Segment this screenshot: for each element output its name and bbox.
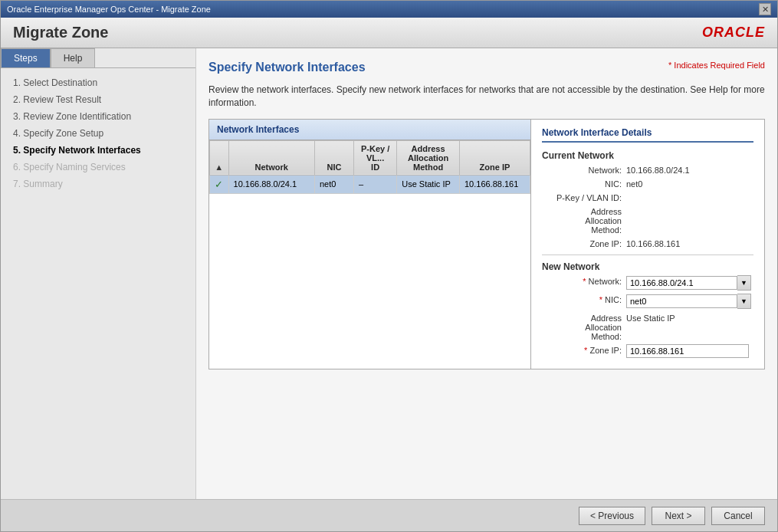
close-button[interactable]: ✕	[759, 3, 771, 15]
col-nic-header[interactable]: NIC	[314, 140, 353, 175]
table-row[interactable]: ✓ 10.166.88.0/24.1 net0 – Use Static IP …	[210, 175, 530, 193]
new-network-label: Network:	[542, 275, 626, 286]
step-5: 5. Specify Network Interfaces	[1, 142, 195, 159]
current-nic-label: NIC:	[542, 178, 626, 189]
new-nic-dropdown-btn[interactable]: ▼	[737, 294, 751, 309]
new-zoneip-label: Zone IP:	[542, 344, 626, 355]
row-nic: net0	[314, 175, 353, 193]
network-interfaces-title: Network Interfaces	[209, 120, 530, 140]
current-addr-label: AddressAllocationMethod:	[542, 205, 626, 235]
row-addr-method: Use Static IP	[397, 175, 460, 193]
oracle-logo: ORACLE	[702, 25, 765, 41]
current-nic-field: NIC: net0	[542, 178, 753, 189]
current-zoneip-label: Zone IP:	[542, 238, 626, 248]
description: Review the network interfaces. Specify n…	[208, 84, 765, 110]
main-window: Oracle Enterprise Manager Ops Center - M…	[0, 0, 778, 532]
sidebar-tabs: Steps Help	[1, 48, 195, 68]
current-zoneip-field: Zone IP: 10.166.88.161	[542, 238, 753, 248]
new-nic-field: NIC: ▼	[542, 294, 753, 309]
step-7: 7. Summary	[1, 176, 195, 192]
current-network-label: Network:	[542, 164, 626, 175]
col-pkey-header[interactable]: P-Key /VL...ID	[354, 140, 397, 175]
step-1: 1. Select Destination	[1, 74, 195, 91]
new-zoneip-field: Zone IP:	[542, 344, 753, 358]
row-network: 10.166.88.0/24.1	[228, 175, 314, 193]
step-6: 6. Specify Naming Services	[1, 159, 195, 176]
current-pkey-field: P-Key / VLAN ID:	[542, 192, 753, 202]
row-checkmark: ✓	[210, 175, 229, 193]
cancel-button[interactable]: Cancel	[711, 507, 765, 525]
step-2: 2. Review Test Result	[1, 91, 195, 108]
new-nic-label: NIC:	[542, 294, 626, 304]
current-network-field: Network: 10.166.88.0/24.1	[542, 164, 753, 175]
new-addr-label: AddressAllocationMethod:	[542, 312, 626, 341]
footer: < Previous Next > Cancel	[1, 499, 777, 531]
previous-button[interactable]: < Previous	[579, 507, 645, 525]
new-network-field: Network: ▼	[542, 275, 753, 291]
page-title: Specify Network Interfaces	[208, 61, 366, 74]
new-network-input-group: ▼	[626, 275, 751, 291]
sidebar: Steps Help 1. Select Destination 2. Revi…	[1, 48, 196, 499]
details-title: Network Interface Details	[542, 127, 753, 143]
network-interfaces-panel: Network Interfaces ▲ Network NIC	[209, 120, 531, 369]
tab-steps[interactable]: Steps	[1, 48, 51, 67]
new-zoneip-input[interactable]	[626, 344, 749, 358]
window-title: Oracle Enterprise Manager Ops Center - M…	[7, 5, 211, 14]
content-panel: Specify Network Interfaces * Indicates R…	[196, 48, 777, 499]
details-panel: Network Interface Details Current Networ…	[531, 120, 764, 369]
col-zoneip-header[interactable]: Zone IP	[459, 140, 530, 175]
current-pkey-label: P-Key / VLAN ID:	[542, 192, 626, 202]
current-network-value: 10.166.88.0/24.1	[626, 164, 690, 175]
steps-list: 1. Select Destination 2. Review Test Res…	[1, 68, 195, 199]
current-zoneip-value: 10.166.88.161	[626, 238, 680, 248]
new-addr-field: AddressAllocationMethod: Use Static IP	[542, 312, 753, 341]
col-addr-header[interactable]: AddressAllocationMethod	[397, 140, 460, 175]
main-content: Steps Help 1. Select Destination 2. Revi…	[1, 48, 777, 499]
new-addr-value: Use Static IP	[626, 312, 675, 323]
table-container: ▲ Network NIC P-Key /VL...ID AddressAllo…	[209, 140, 530, 194]
new-network-input[interactable]	[626, 276, 737, 290]
row-pkey: –	[354, 175, 397, 193]
app-title: Migrate Zone	[13, 24, 108, 41]
panel-container: Network Interfaces ▲ Network NIC	[208, 119, 765, 369]
current-nic-value: net0	[626, 178, 642, 189]
app-header: Migrate Zone ORACLE	[1, 18, 777, 48]
new-nic-input-group: ▼	[626, 294, 751, 309]
col-network-header[interactable]: Network	[228, 140, 314, 175]
required-note: * Indicates Required Field	[668, 61, 765, 70]
col-sort: ▲	[210, 140, 229, 175]
new-nic-input[interactable]	[626, 294, 737, 308]
current-network-header: Current Network	[542, 150, 753, 161]
step-3: 3. Review Zone Identification	[1, 108, 195, 125]
network-table: ▲ Network NIC P-Key /VL...ID AddressAllo…	[209, 140, 530, 194]
step-4: 4. Specify Zone Setup	[1, 125, 195, 142]
divider	[542, 255, 753, 255]
next-button[interactable]: Next >	[652, 507, 705, 525]
new-network-dropdown-btn[interactable]: ▼	[737, 275, 751, 291]
title-bar: Oracle Enterprise Manager Ops Center - M…	[1, 1, 777, 18]
row-zone-ip: 10.166.88.161	[459, 175, 530, 193]
current-addr-field: AddressAllocationMethod:	[542, 205, 753, 235]
new-network-header: New Network	[542, 261, 753, 272]
tab-help[interactable]: Help	[51, 48, 96, 67]
